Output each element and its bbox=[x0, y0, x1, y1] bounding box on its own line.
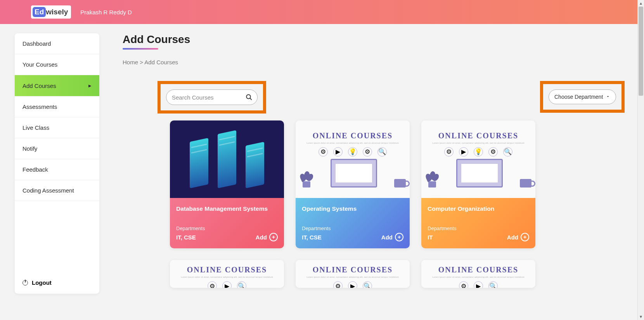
sidebar-item-live-class[interactable]: Live Class bbox=[15, 117, 99, 138]
play-icon: ▶ bbox=[348, 281, 357, 288]
card-image bbox=[170, 120, 284, 198]
sidebar-item-label: Feedback bbox=[23, 166, 48, 173]
scrollbar[interactable]: ▲ ▼ bbox=[637, 0, 644, 303]
search-icon[interactable] bbox=[246, 94, 253, 101]
magnifier-icon: 🔍 bbox=[363, 281, 372, 288]
card-image: ONLINE COURSES Lorem ipsum dolor sit ame… bbox=[296, 120, 410, 198]
online-courses-label: ONLINE COURSES bbox=[313, 131, 393, 140]
department-highlight: Choose Department bbox=[540, 81, 625, 113]
add-button[interactable]: Add + bbox=[256, 233, 278, 241]
logout-label: Logout bbox=[32, 279, 52, 286]
course-cards: Database Management Systems Departments … bbox=[123, 120, 629, 288]
dept-value: IT bbox=[428, 234, 433, 241]
course-card[interactable]: ONLINE COURSES Lorem ipsum dolor sit ame… bbox=[296, 260, 410, 288]
online-courses-label: ONLINE COURSES bbox=[313, 265, 393, 274]
course-card[interactable]: ONLINE COURSES Lorem ipsum dolor sit ame… bbox=[421, 120, 535, 248]
bulb-icon: 💡 bbox=[474, 147, 483, 157]
course-title: Operating Systems bbox=[302, 205, 403, 213]
mug-icon bbox=[394, 179, 406, 188]
gear-icon: ⚙ bbox=[208, 281, 217, 288]
sidebar-item-label: Assessments bbox=[23, 103, 57, 110]
course-card[interactable]: Database Management Systems Departments … bbox=[170, 120, 284, 248]
lorem-text: Lorem ipsum dolor sit amet, consectetur … bbox=[424, 142, 532, 144]
search-highlight bbox=[158, 81, 266, 114]
search-wrap[interactable] bbox=[166, 89, 258, 105]
sidebar-item-notify[interactable]: Notify bbox=[15, 138, 99, 159]
lorem-text: Lorem ipsum dolor sit amet, consectetur … bbox=[173, 276, 280, 278]
header: Edwisely Prakash R Reddy D bbox=[0, 0, 644, 24]
dept-label: Departments bbox=[176, 225, 278, 231]
add-button[interactable]: Add + bbox=[381, 233, 403, 241]
sidebar-item-coding-assessment[interactable]: Coding Assessment bbox=[15, 180, 99, 201]
card-image: ONLINE COURSES Lorem ipsum dolor sit ame… bbox=[421, 120, 535, 198]
add-label: Add bbox=[381, 234, 393, 241]
sidebar-item-label: Add Courses bbox=[23, 83, 56, 89]
chevron-down-icon bbox=[606, 94, 610, 100]
department-select[interactable]: Choose Department bbox=[549, 89, 616, 104]
gear-icon: ⚙ bbox=[333, 281, 343, 288]
add-label: Add bbox=[507, 234, 518, 241]
plus-icon: + bbox=[269, 233, 278, 241]
sidebar-item-add-courses[interactable]: Add Courses ▸ bbox=[15, 75, 99, 96]
logo[interactable]: Edwisely bbox=[31, 5, 71, 19]
gear-icon: ⚙ bbox=[319, 147, 328, 157]
select-label: Choose Department bbox=[554, 94, 603, 100]
card-image: ONLINE COURSES Lorem ipsum dolor sit ame… bbox=[296, 260, 410, 288]
course-title: Database Management Systems bbox=[176, 205, 278, 213]
power-icon bbox=[23, 280, 28, 286]
add-label: Add bbox=[256, 234, 267, 241]
laptop-icon bbox=[331, 159, 377, 188]
logo-text: wisely bbox=[46, 8, 68, 16]
svg-line-1 bbox=[250, 98, 252, 100]
sidebar-item-label: Notify bbox=[23, 145, 37, 152]
gear-icon: ⚙ bbox=[459, 281, 468, 288]
title-underline bbox=[123, 48, 158, 50]
plus-icon: + bbox=[521, 233, 529, 241]
plant-icon bbox=[425, 168, 439, 188]
user-name: Prakash R Reddy D bbox=[80, 9, 132, 15]
online-courses-label: ONLINE COURSES bbox=[438, 131, 518, 140]
sidebar-item-label: Coding Assessment bbox=[23, 187, 74, 194]
play-icon: ▶ bbox=[222, 281, 232, 288]
sidebar-item-feedback[interactable]: Feedback bbox=[15, 159, 99, 180]
scroll-thumb[interactable] bbox=[639, 7, 643, 96]
sidebar-item-label: Dashboard bbox=[23, 40, 51, 47]
sidebar-item-assessments[interactable]: Assessments bbox=[15, 96, 99, 117]
online-courses-label: ONLINE COURSES bbox=[187, 265, 267, 274]
course-card[interactable]: ONLINE COURSES Lorem ipsum dolor sit ame… bbox=[170, 260, 284, 288]
mug-icon bbox=[520, 179, 531, 188]
play-icon: ▶ bbox=[474, 281, 483, 288]
card-image: ONLINE COURSES Lorem ipsum dolor sit ame… bbox=[421, 260, 535, 288]
plus-icon: + bbox=[395, 233, 403, 241]
sidebar-item-label: Your Courses bbox=[23, 61, 57, 68]
sidebar-item-your-courses[interactable]: Your Courses bbox=[15, 54, 99, 75]
lorem-text: Lorem ipsum dolor sit amet, consectetur … bbox=[424, 276, 532, 278]
lorem-text: Lorem ipsum dolor sit amet, consectetur … bbox=[299, 276, 406, 278]
dept-label: Departments bbox=[302, 225, 403, 231]
gear-icon: ⚙ bbox=[363, 147, 372, 157]
scroll-up-arrow-icon[interactable]: ▲ bbox=[638, 0, 644, 7]
page-title: Add Courses bbox=[123, 33, 629, 46]
breadcrumb: Home > Add Courses bbox=[123, 59, 629, 65]
search-input[interactable] bbox=[172, 94, 246, 101]
caret-right-icon: ▸ bbox=[88, 82, 92, 89]
svg-point-0 bbox=[246, 95, 251, 99]
add-button[interactable]: Add + bbox=[507, 233, 529, 241]
sidebar: Dashboard Your Courses Add Courses ▸ Ass… bbox=[15, 33, 99, 294]
course-card[interactable]: ONLINE COURSES Lorem ipsum dolor sit ame… bbox=[421, 260, 535, 288]
magnifier-icon: 🔍 bbox=[237, 281, 246, 288]
plant-icon bbox=[299, 168, 313, 188]
logout-button[interactable]: Logout bbox=[15, 272, 99, 294]
card-image: ONLINE COURSES Lorem ipsum dolor sit ame… bbox=[170, 260, 284, 288]
bulb-icon: 💡 bbox=[348, 147, 357, 157]
sidebar-item-dashboard[interactable]: Dashboard bbox=[15, 33, 99, 54]
online-courses-label: ONLINE COURSES bbox=[438, 265, 518, 274]
play-icon: ▶ bbox=[459, 147, 468, 157]
magnifier-icon: 🔍 bbox=[503, 147, 512, 157]
magnifier-icon: 🔍 bbox=[488, 281, 498, 288]
sidebar-item-label: Live Class bbox=[23, 124, 49, 131]
gear-icon: ⚙ bbox=[488, 147, 498, 157]
course-card[interactable]: ONLINE COURSES Lorem ipsum dolor sit ame… bbox=[296, 120, 410, 248]
magnifier-icon: 🔍 bbox=[377, 147, 387, 157]
lorem-text: Lorem ipsum dolor sit amet, consectetur … bbox=[299, 142, 406, 144]
